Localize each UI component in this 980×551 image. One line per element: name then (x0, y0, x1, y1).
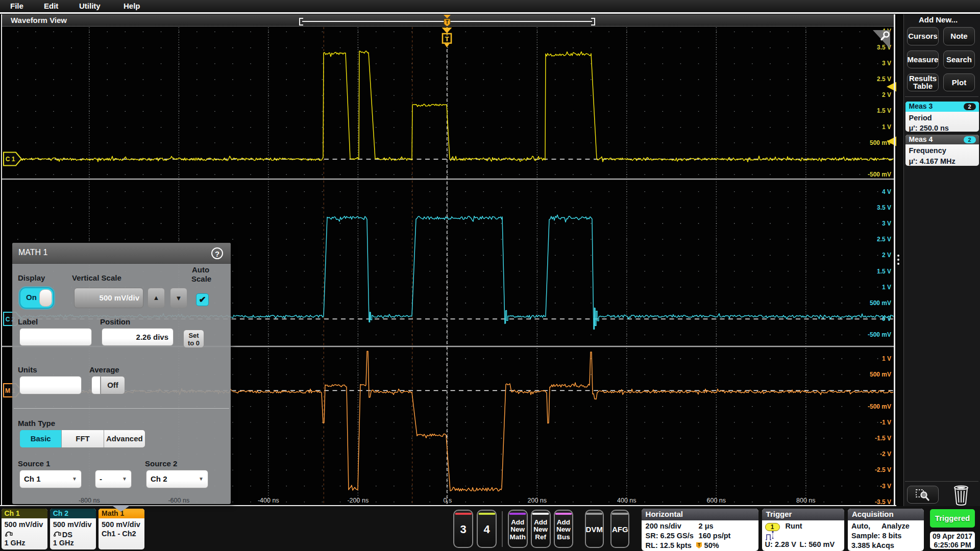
svg-text:T: T (446, 19, 449, 25)
svg-text:2 V: 2 V (882, 252, 891, 259)
svg-text:-500 mV: -500 mV (868, 171, 891, 178)
svg-text:-500 mV: -500 mV (868, 403, 891, 410)
svg-text:T: T (445, 35, 450, 43)
svg-text:-1.5 V: -1.5 V (875, 435, 891, 442)
svg-text:200 ns: 200 ns (528, 497, 547, 504)
svg-text:2.5 V: 2.5 V (877, 236, 891, 243)
svg-text:500 mV: 500 mV (870, 371, 891, 378)
svg-text:500 mV: 500 mV (870, 139, 891, 146)
svg-text:1.5 V: 1.5 V (877, 268, 891, 275)
svg-text:1 V: 1 V (882, 284, 891, 291)
svg-text:1 V: 1 V (882, 355, 891, 362)
svg-text:-2.5 V: -2.5 V (875, 466, 891, 473)
svg-text:800 ns: 800 ns (796, 497, 816, 504)
svg-text:2 V: 2 V (882, 91, 891, 98)
svg-text:3.5 V: 3.5 V (877, 204, 891, 211)
svg-text:-2 V: -2 V (880, 450, 891, 458)
svg-text:500 mV: 500 mV (870, 299, 891, 307)
svg-text:1 V: 1 V (882, 123, 891, 131)
svg-text:0 V: 0 V (882, 315, 891, 322)
svg-text:3 V: 3 V (882, 220, 891, 227)
svg-text:2.5 V: 2.5 V (877, 76, 891, 83)
svg-text:-500 mV: -500 mV (868, 331, 891, 338)
svg-text:0 s: 0 s (443, 497, 452, 504)
svg-text:1.5 V: 1.5 V (877, 107, 891, 114)
svg-text:-400 ns: -400 ns (258, 497, 279, 504)
svg-text:-200 ns: -200 ns (347, 497, 369, 504)
svg-text:-3.5 V: -3.5 V (875, 498, 891, 505)
svg-text:400 ns: 400 ns (617, 497, 636, 504)
svg-text:C 1: C 1 (6, 156, 15, 163)
svg-text:4 V: 4 V (882, 188, 891, 195)
svg-text:3 V: 3 V (882, 60, 891, 67)
svg-text:T: T (697, 542, 700, 547)
svg-text:600 ns: 600 ns (707, 497, 726, 504)
svg-text:-3 V: -3 V (880, 483, 891, 490)
svg-text:-1 V: -1 V (880, 419, 891, 426)
